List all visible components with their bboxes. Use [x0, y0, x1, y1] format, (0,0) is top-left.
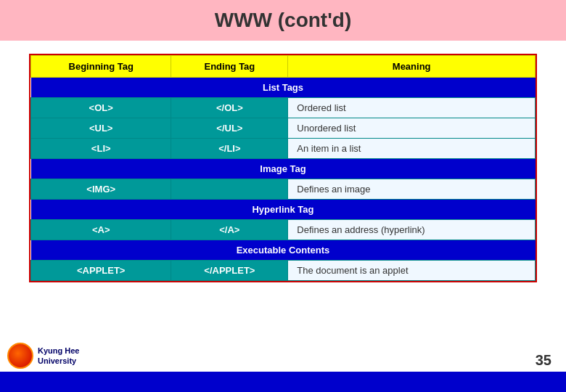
- table-container: Beginning Tag Ending Tag Meaning List Ta…: [29, 54, 537, 282]
- meaning-cell: Unordered list: [288, 118, 536, 139]
- end-tag-cell: </APPLET>: [171, 261, 288, 281]
- section-row: Executable Contents: [31, 240, 536, 261]
- table-row: <OL></OL>Ordered list: [31, 98, 536, 118]
- bottom-bar: [0, 372, 566, 392]
- section-label: Hyperlink Tag: [31, 200, 536, 220]
- table-row: <A></A>Defines an address (hyperlink): [31, 220, 536, 240]
- section-label: List Tags: [31, 78, 536, 98]
- section-row: Image Tag: [31, 159, 536, 179]
- end-tag-cell: </LI>: [171, 139, 288, 159]
- table-row: <IMG>Defines an image: [31, 179, 536, 200]
- meaning-cell: An item in a list: [288, 139, 536, 159]
- meaning-cell: The document is an applet: [288, 261, 536, 281]
- section-label: Executable Contents: [31, 240, 536, 261]
- begin-tag-cell: <APPLET>: [31, 261, 171, 281]
- table-row: <APPLET></APPLET>The document is an appl…: [31, 261, 536, 281]
- slide: WWW (cont'd) Beginning Tag Ending Tag Me…: [0, 0, 566, 392]
- col-header-meaning: Meaning: [288, 56, 536, 78]
- begin-tag-cell: <A>: [31, 220, 171, 240]
- meaning-cell: Ordered list: [288, 98, 536, 118]
- meaning-cell: Defines an address (hyperlink): [288, 220, 536, 240]
- logo-area: Kyung Hee University: [7, 343, 79, 369]
- end-tag-cell: </UL>: [171, 118, 288, 139]
- university-name: Kyung Hee University: [38, 346, 79, 367]
- end-tag-cell: [171, 179, 288, 200]
- page-number: 35: [536, 352, 551, 369]
- section-row: Hyperlink Tag: [31, 200, 536, 220]
- col-header-begin: Beginning Tag: [31, 56, 171, 78]
- begin-tag-cell: <IMG>: [31, 179, 171, 200]
- table-row: <UL></UL>Unordered list: [31, 118, 536, 139]
- content-table: Beginning Tag Ending Tag Meaning List Ta…: [30, 55, 536, 281]
- slide-title: WWW (cont'd): [215, 9, 352, 31]
- end-tag-cell: </A>: [171, 220, 288, 240]
- begin-tag-cell: <LI>: [31, 139, 171, 159]
- table-row: <LI></LI>An item in a list: [31, 139, 536, 159]
- begin-tag-cell: <UL>: [31, 118, 171, 139]
- logo-icon: [7, 343, 33, 369]
- table-header-row: Beginning Tag Ending Tag Meaning: [31, 56, 536, 78]
- section-label: Image Tag: [31, 159, 536, 179]
- col-header-end: Ending Tag: [171, 56, 288, 78]
- end-tag-cell: </OL>: [171, 98, 288, 118]
- section-row: List Tags: [31, 78, 536, 98]
- begin-tag-cell: <OL>: [31, 98, 171, 118]
- header-bar: WWW (cont'd): [0, 0, 566, 41]
- meaning-cell: Defines an image: [288, 179, 536, 200]
